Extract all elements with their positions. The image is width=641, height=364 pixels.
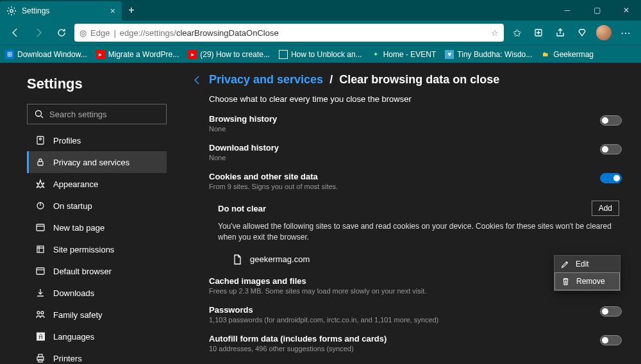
addr-divider: |	[113, 28, 115, 38]
dnc-title: Do not clear	[218, 204, 266, 213]
settings-sidebar: Settings Search settings Profiles Privac…	[0, 63, 186, 364]
nav-family[interactable]: Family safety	[27, 304, 167, 326]
settings-title: Settings	[27, 76, 167, 92]
trash-icon	[562, 277, 570, 286]
browser-icon	[35, 266, 46, 276]
breadcrumb-link[interactable]: Privacy and services	[209, 73, 323, 87]
forward-button[interactable]	[28, 22, 49, 43]
svg-rect-9	[37, 268, 44, 274]
nav-startup[interactable]: On startup	[27, 195, 167, 217]
nav-newtab[interactable]: New tab page	[27, 217, 167, 238]
printer-icon	[35, 353, 46, 363]
toggle-cookies[interactable]	[600, 173, 622, 183]
bookmark-item[interactable]: ⊞Download Window...	[5, 50, 87, 59]
nav-languages[interactable]: 🅰Languages	[27, 326, 167, 347]
pencil-icon	[561, 260, 569, 269]
tab-title: Settings	[22, 6, 49, 15]
tab-close-icon[interactable]: ×	[110, 6, 115, 16]
bookmark-item[interactable]: How to Unblock an...	[279, 50, 362, 59]
window-controls: ─ ▢ ✕	[553, 0, 641, 21]
browser-tab[interactable]: Settings ×	[0, 1, 122, 21]
toolbar: ◎ Edge | edge://settings/clearBrowsingDa…	[0, 21, 641, 45]
add-button[interactable]: Add	[592, 201, 619, 216]
svg-rect-8	[37, 246, 44, 252]
toggle-passwords[interactable]	[600, 306, 622, 317]
menu-button[interactable]: ⋯	[615, 22, 636, 43]
profile-avatar[interactable]	[594, 22, 614, 43]
nav-default[interactable]: Default browser	[27, 260, 167, 282]
nav-privacy[interactable]: Privacy and services	[27, 151, 167, 173]
site-icon: ✦	[371, 50, 380, 59]
nav-downloads[interactable]: Downloads	[27, 282, 167, 304]
back-button[interactable]	[5, 22, 26, 43]
bookmark-item[interactable]: ✦Home - EVENT	[371, 50, 437, 59]
nav-printers[interactable]: Printers	[27, 347, 167, 364]
svg-point-0	[10, 10, 13, 12]
refresh-button[interactable]	[51, 22, 72, 43]
nav-appearance[interactable]: Appearance	[27, 173, 167, 195]
setting-browsing-history: Browsing history None	[192, 114, 622, 133]
svg-rect-5	[38, 161, 43, 165]
newtab-icon	[35, 222, 46, 233]
language-icon: 🅰	[35, 332, 46, 342]
appearance-icon	[35, 179, 46, 189]
minimize-button[interactable]: ─	[553, 0, 582, 21]
nav-permissions[interactable]: Site permissions	[27, 238, 167, 260]
breadcrumb: Privacy and services / Clear browsing da…	[192, 73, 622, 87]
settings-nav: Profiles Privacy and services Appearance…	[27, 129, 167, 364]
search-icon	[34, 109, 44, 119]
svg-point-10	[37, 311, 40, 314]
nav-profiles[interactable]: Profiles	[27, 129, 167, 151]
lock-icon	[35, 157, 46, 167]
new-tab-button[interactable]: +	[122, 0, 141, 21]
setting-passwords: Passwords 1,103 passwords (for androidpi…	[192, 305, 622, 324]
page-icon	[279, 50, 288, 59]
toggle-autofill[interactable]	[600, 335, 622, 345]
svg-point-11	[41, 311, 44, 314]
context-edit[interactable]: Edit	[554, 256, 620, 272]
toggle-browsing[interactable]	[600, 115, 622, 126]
close-button[interactable]: ✕	[612, 0, 641, 21]
addr-grey: edge://settings/	[120, 28, 176, 38]
family-icon	[35, 310, 46, 320]
site-icon: ♥	[445, 50, 454, 59]
toggle-download[interactable]	[600, 144, 622, 154]
page-title: Clear browsing data on close	[339, 73, 499, 87]
windows-icon: ⊞	[5, 50, 14, 59]
settings-main: Privacy and services / Clear browsing da…	[186, 63, 641, 364]
addr-path: clearBrowsingDataOnClose	[176, 28, 279, 38]
bookmark-item[interactable]: ▸Migrate a WordPre...	[96, 50, 179, 59]
setting-cookies: Cookies and other site data From 9 sites…	[192, 172, 622, 190]
addr-proto: Edge	[90, 28, 110, 38]
svg-point-4	[40, 138, 42, 140]
dnc-desc: You've allowed the following sites to sa…	[218, 221, 619, 243]
collections-icon[interactable]	[528, 22, 549, 43]
permissions-icon	[35, 244, 46, 254]
search-placeholder: Search settings	[49, 110, 107, 119]
download-icon	[35, 288, 46, 298]
profile-icon	[35, 135, 46, 145]
edge-icon: ◎	[79, 28, 87, 38]
bookmark-item[interactable]: ♥Tiny Buddha: Wisdo...	[445, 50, 532, 59]
favorite-icon[interactable]: ☆	[491, 28, 499, 38]
back-icon[interactable]	[192, 75, 203, 85]
bookmark-item[interactable]: ▸(29) How to create...	[188, 50, 270, 59]
folder-icon: 🖿	[541, 50, 550, 59]
svg-rect-7	[37, 224, 44, 231]
power-icon	[35, 201, 46, 211]
titlebar: Settings × + ─ ▢ ✕	[0, 0, 641, 21]
extensions-icon[interactable]	[572, 22, 592, 43]
youtube-icon: ▸	[188, 50, 197, 59]
breadcrumb-sep: /	[329, 73, 333, 87]
share-icon[interactable]	[550, 22, 570, 43]
context-menu: Edit Remove	[554, 255, 620, 291]
bookmark-item[interactable]: 🖿Geekermag	[541, 50, 594, 59]
youtube-icon: ▸	[96, 50, 105, 59]
favorites-icon[interactable]: ✩	[506, 22, 527, 43]
search-input[interactable]: Search settings	[27, 104, 167, 124]
context-remove[interactable]: Remove	[554, 272, 620, 290]
gear-icon	[6, 6, 17, 16]
maximize-button[interactable]: ▢	[582, 0, 612, 21]
site-domain: geekermag.com	[250, 254, 310, 264]
address-bar[interactable]: ◎ Edge | edge://settings/clearBrowsingDa…	[74, 24, 504, 42]
